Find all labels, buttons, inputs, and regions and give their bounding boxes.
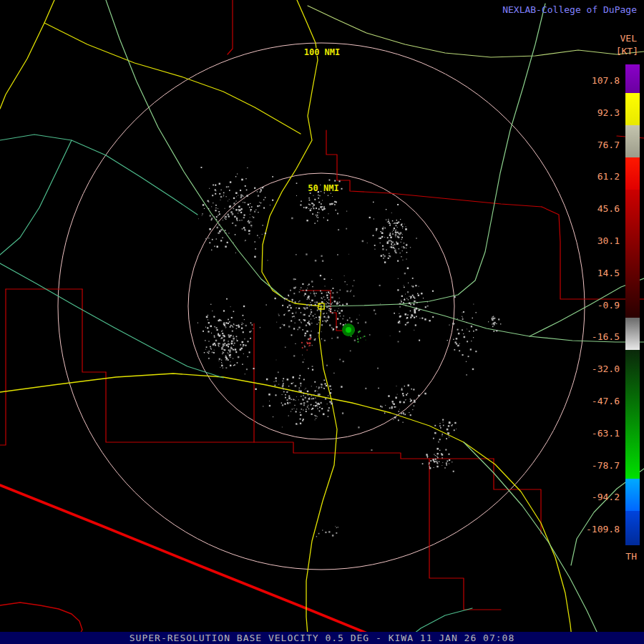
radar-echo — [354, 340, 356, 341]
radar-echo — [300, 423, 301, 424]
radar-echo — [291, 218, 293, 220]
radar-echo — [337, 318, 338, 320]
radar-echo — [323, 313, 324, 314]
radar-echo — [324, 208, 326, 210]
radar-echo — [358, 323, 358, 323]
radar-echo — [219, 343, 220, 344]
radar-echo — [230, 348, 231, 348]
radar-echo — [389, 255, 391, 257]
radar-echo — [225, 322, 227, 323]
radar-screen: 100 NMI 50 NMI NEXLAB-College of DuPage … — [0, 0, 644, 644]
colorbar-segment — [625, 157, 640, 190]
radar-echo — [307, 288, 308, 288]
radar-echo — [263, 200, 264, 200]
radar-echo — [392, 401, 394, 402]
radar-echo — [305, 333, 306, 334]
radar-echo — [384, 227, 384, 228]
radar-echo — [260, 203, 262, 204]
radar-echo — [250, 214, 250, 215]
radar-echo — [236, 218, 237, 218]
radar-echo — [224, 335, 225, 336]
radar-echo — [251, 222, 252, 223]
radar-echo — [389, 407, 391, 409]
radar-echo — [303, 290, 303, 291]
radar-echo — [406, 244, 408, 245]
radar-echo — [235, 348, 237, 351]
radar-echo — [326, 303, 327, 305]
radar-echo — [402, 228, 403, 229]
radar-echo — [449, 464, 449, 464]
radar-echo — [390, 223, 391, 224]
radar-echo — [446, 464, 447, 466]
radar-echo — [223, 341, 225, 342]
radar-echo — [226, 186, 228, 187]
radar-echo — [293, 391, 293, 391]
radar-echo — [307, 350, 308, 351]
radar-echo — [429, 462, 430, 464]
radar-echo — [330, 308, 331, 310]
colorbar-tick: -47.6 — [592, 396, 620, 406]
radar-echo — [260, 327, 261, 328]
radar-echo — [275, 381, 277, 382]
radar-echo — [228, 319, 229, 321]
radar-echo — [488, 321, 489, 322]
radar-echo — [250, 225, 252, 226]
radar-echo — [436, 461, 437, 462]
radar-echo — [380, 231, 381, 232]
radar-echo — [235, 234, 236, 235]
radar-echo — [313, 316, 314, 317]
radar-echo — [475, 351, 477, 352]
radar-echo — [249, 351, 250, 353]
radar-echo — [229, 206, 230, 208]
radar-echo — [449, 454, 450, 455]
radar-echo — [449, 459, 450, 461]
radar-echo — [493, 316, 494, 317]
radar-echo — [441, 457, 442, 458]
radar-echo — [396, 398, 396, 399]
radar-echo — [312, 366, 313, 367]
radar-echo — [313, 405, 314, 406]
radar-echo — [260, 190, 262, 192]
radar-echo — [246, 195, 248, 197]
radar-echo — [294, 405, 295, 406]
radar-echo — [258, 195, 259, 197]
radar-echo — [330, 392, 331, 394]
radar-echo — [280, 327, 281, 328]
radar-echo — [204, 352, 205, 353]
radar-echo — [313, 394, 314, 395]
radar-echo — [300, 419, 301, 420]
radar-echo — [406, 394, 407, 396]
colorbar-tick: -78.7 — [592, 460, 620, 471]
radar-echo — [382, 228, 384, 229]
radar-echo — [220, 320, 222, 321]
radar-echo — [409, 303, 411, 305]
radar-echo — [216, 219, 217, 220]
radar-echo — [278, 384, 279, 385]
colorbar-tick: -16.5 — [592, 331, 620, 342]
radar-echo — [398, 278, 399, 279]
radar-echo — [386, 250, 386, 250]
radar-echo — [320, 402, 321, 404]
radar-echo — [306, 342, 307, 343]
radar-echo — [317, 409, 318, 410]
radar-echo — [333, 330, 333, 331]
radar-echo — [321, 384, 322, 385]
radar-echo — [444, 467, 445, 468]
radar-echo — [384, 237, 385, 238]
radar-echo — [323, 296, 325, 298]
radar-echo — [391, 213, 392, 213]
radar-echo — [303, 395, 303, 396]
radar-echo — [265, 233, 266, 234]
range-ring-label-100nmi: 100 NMI — [304, 47, 341, 57]
radar-echo — [259, 205, 260, 207]
radar-map — [0, 0, 644, 644]
radar-echo — [424, 318, 426, 321]
radar-echo — [325, 320, 326, 321]
radar-echo — [328, 395, 328, 396]
radar-echo — [210, 346, 211, 348]
radar-echo — [309, 345, 311, 346]
radar-echo — [316, 293, 317, 294]
radar-echo — [371, 449, 372, 451]
radar-echo — [399, 303, 401, 305]
radar-echo — [276, 322, 277, 323]
